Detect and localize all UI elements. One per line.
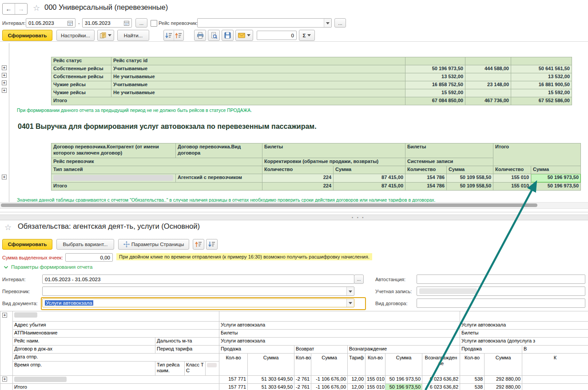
top-window-title: 000 Универсальный (перевезенные) xyxy=(44,3,168,12)
generate-button[interactable]: Сформировать xyxy=(2,239,52,250)
doc-type-combo[interactable]: Услуги автовокзала xyxy=(42,298,354,307)
row-expander[interactable]: + xyxy=(2,88,7,93)
table-header-row: Адрес убытия Услуги автовокзала Услуги а… xyxy=(0,322,588,330)
interval-field[interactable]: 01.05.2023 - 31.05.2023 xyxy=(42,275,354,284)
carrier-more-button[interactable]: ... xyxy=(334,18,346,28)
carrier-combo[interactable] xyxy=(42,287,354,296)
forward-button[interactable]: → xyxy=(15,4,27,14)
sort-ascending-button[interactable] xyxy=(193,239,204,250)
top-report-window: ← → ☆ 000 Универсальный (перевезенные) И… xyxy=(0,0,588,212)
highlighted-sum-cell[interactable]: 50 196 973,50 xyxy=(385,384,422,390)
interval-more-button[interactable]: ... xyxy=(135,18,147,28)
selected-cells-sum-field[interactable]: 0,00 xyxy=(65,253,113,262)
sort-descending-button[interactable] xyxy=(206,239,218,250)
splitter-top-line xyxy=(0,212,588,212)
date-range-dash: - xyxy=(78,20,80,26)
row-expander[interactable]: + xyxy=(2,80,7,85)
sort-descending-icon[interactable] xyxy=(164,30,174,40)
sort-ascending-icon xyxy=(195,241,202,247)
sort-descending-icon xyxy=(208,241,215,247)
app-page: ← → ☆ 000 Универсальный (перевезенные) И… xyxy=(0,0,588,390)
row-expander[interactable]: + xyxy=(2,73,7,78)
interval-value: 01.05.2023 - 31.05.2023 xyxy=(45,277,352,282)
section-title-0401: 0401 Выручка для формирования услуг авто… xyxy=(18,123,317,131)
table-header-row: АТПНаименование Билеты Билеты xyxy=(0,330,588,338)
redacted-account xyxy=(419,288,477,294)
table-total-row: Итого 67 084 850,00 467 736,00 67 552 58… xyxy=(52,97,572,105)
table-total-row: Итого 224 87 415,00 154 786 50 109 558,5… xyxy=(52,183,581,191)
send-mail-button[interactable] xyxy=(235,30,253,41)
chevron-down-icon[interactable] xyxy=(324,19,331,27)
redacted-cell xyxy=(207,363,217,367)
chevron-down-icon[interactable] xyxy=(346,287,354,295)
header-expander[interactable]: + xyxy=(2,313,7,318)
table-header-row: Рейс статус Рейс статус id xyxy=(52,57,572,65)
row-expander[interactable]: + xyxy=(2,175,7,179)
favorite-star-icon[interactable]: ☆ xyxy=(4,223,12,231)
interval-more-button[interactable]: ... xyxy=(354,275,364,284)
row-expander[interactable]: + xyxy=(2,377,7,382)
table-row: Собственные рейсы Не учитываемые 13 532,… xyxy=(52,73,572,81)
status-summary-table: Рейс статус Рейс статус id Собственные р… xyxy=(51,57,572,105)
chevron-down-icon xyxy=(4,265,8,269)
choose-variant-button[interactable]: Выбрать вариант... xyxy=(56,239,114,250)
carrier-label: Перевозчик: xyxy=(2,289,30,294)
sort-buttons-group xyxy=(163,30,184,41)
favorite-star-icon[interactable]: ☆ xyxy=(33,4,40,12)
scrollbar-thumb[interactable] xyxy=(1,203,537,207)
report-params-section-toggle[interactable]: Параметры формирования отчета xyxy=(4,264,92,270)
find-button[interactable]: Найти... xyxy=(117,30,149,41)
station-label: Автостанция: xyxy=(375,277,405,282)
horizontal-scrollbar[interactable] xyxy=(0,202,588,209)
sum-sigma-button[interactable]: Σ xyxy=(299,30,315,41)
date-to-value[interactable]: 31.05.2023 xyxy=(85,20,124,26)
back-button[interactable]: ← xyxy=(3,4,15,14)
station-field[interactable] xyxy=(417,275,585,284)
row-expander[interactable]: + xyxy=(2,65,7,70)
table-header-row: Договор в док-ах Период тарифа Продажа В… xyxy=(0,346,588,354)
printer-icon xyxy=(197,32,204,39)
account-field[interactable] xyxy=(417,287,585,296)
counter-field[interactable]: 0 xyxy=(257,31,297,40)
table-header-row: Рейс наим. Дальность м-та Услуги автовок… xyxy=(0,338,588,346)
date-to-field[interactable]: 31.05.2023 xyxy=(82,18,132,28)
date-from-value[interactable]: 01.05.2023 xyxy=(28,20,68,26)
generate-button[interactable]: Сформировать xyxy=(2,30,52,41)
table-total-row: Итого 157 771 51 303 649,50 -2 761 -1 10… xyxy=(0,384,588,390)
doc-type-value: Услуги автовокзала xyxy=(45,300,93,306)
bottom-window-title: Обязательства: агентская деят-ть, услуги… xyxy=(18,222,200,231)
print-preview-button[interactable] xyxy=(208,30,220,41)
calendar-icon[interactable] xyxy=(68,20,73,26)
highlighted-sum-cell[interactable]: 50 196 973,50 xyxy=(531,174,581,183)
toolbar-divider xyxy=(0,41,588,42)
revenue-table: Договор перевозчика.Контрагент (от имени… xyxy=(51,143,581,191)
redacted-row-label xyxy=(14,377,67,382)
contract-type-field[interactable] xyxy=(417,298,585,308)
move-cross-icon xyxy=(123,241,130,247)
table-row: Чужие рейсы Не учитываемые 15 592,00 15 … xyxy=(52,89,572,97)
settings-button[interactable]: Настройки... xyxy=(56,30,95,41)
table-header-row: Тип записей Количество Сумма Количество … xyxy=(52,166,581,174)
report-left-ruler xyxy=(9,43,9,202)
date-from-field[interactable]: 01.05.2023 xyxy=(26,18,75,28)
page-params-button[interactable]: Параметры Страницы xyxy=(118,239,189,250)
counter-value: 0 xyxy=(291,33,294,38)
bottom-report-window: ☆ Обязательства: агентская деят-ть, услу… xyxy=(0,219,588,390)
calendar-icon[interactable] xyxy=(124,20,129,26)
save-button[interactable] xyxy=(222,30,234,41)
carrier-combo[interactable] xyxy=(197,18,332,28)
sort-ascending-icon[interactable] xyxy=(174,30,184,40)
report-variants-button[interactable] xyxy=(97,30,114,41)
table-row: Чужие рейсы Учитываемые 16 858 752,50 23… xyxy=(52,81,572,89)
obligations-table: + Адрес убытия Услуги автовокзала Услуги… xyxy=(0,311,588,390)
report-variants-icon xyxy=(100,32,106,39)
nav-history-group: ← → xyxy=(2,3,28,15)
table-header-row: Договор перевозчика.Контрагент (от имени… xyxy=(52,143,581,158)
table-row: + 157 771 51 303 649,50 -2 761 -1 106 67… xyxy=(0,376,588,384)
carrier-filter-checkbox[interactable] xyxy=(151,20,157,27)
table-header-row: Дата отпр. Кол-во Сумма Кол-во Сумма Тар… xyxy=(0,354,588,362)
carrier-filter-label: Рейс перевозчик: xyxy=(159,20,198,26)
chevron-down-icon[interactable] xyxy=(346,299,354,307)
print-button[interactable] xyxy=(194,30,206,41)
account-label: Учетная запись: xyxy=(375,289,412,294)
